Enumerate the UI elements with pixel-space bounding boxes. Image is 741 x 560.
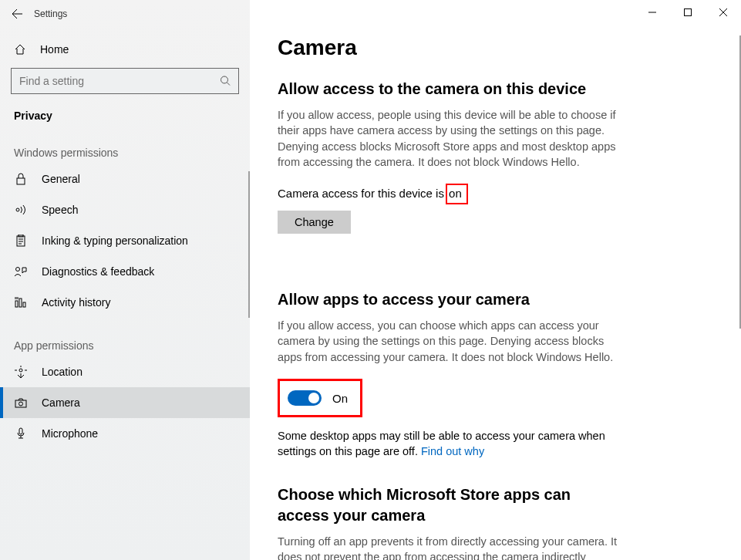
find-out-why-link[interactable]: Find out why [421,445,484,457]
window-title: Settings [34,8,67,19]
section-body: If you allow access, you can choose whic… [278,318,625,365]
sidebar-item-camera[interactable]: Camera [0,387,250,418]
home-label: Home [40,43,69,56]
section-body: If you allow access, people using this d… [278,107,625,170]
location-icon [14,366,28,378]
page-title: Camera [278,35,713,60]
camera-icon [14,398,28,408]
main-content: Camera Allow access to the camera on thi… [250,0,741,560]
nav-label: Speech [42,204,78,216]
svg-rect-13 [19,428,22,434]
microphone-icon [14,427,28,440]
arrow-left-icon [11,8,23,20]
highlight-toggle: On [278,379,362,417]
sidebar-item-microphone[interactable]: Microphone [0,418,250,449]
svg-point-1 [221,76,228,83]
nav-label: General [42,173,80,185]
device-access-status: Camera access for this device is on [278,184,713,204]
apps-access-toggle[interactable] [288,390,322,406]
nav-label: Activity history [42,296,110,309]
activity-icon [14,297,28,308]
lock-icon [14,173,28,185]
sidebar-item-speech[interactable]: Speech [0,194,250,225]
nav-label: Diagnostics & feedback [42,265,154,278]
search-icon [220,76,231,87]
nav-label: Microphone [42,427,98,440]
svg-point-12 [19,402,23,406]
svg-point-3 [16,208,19,211]
svg-rect-11 [15,400,26,407]
svg-rect-2 [17,178,25,184]
svg-rect-8 [19,299,22,307]
svg-point-10 [19,369,22,372]
sidebar-item-general[interactable]: General [0,164,250,194]
group-app-permissions: App permissions [0,318,250,356]
clipboard-icon [14,234,28,247]
feedback-icon [14,266,28,277]
desktop-apps-note: Some desktop apps may still be able to a… [278,428,625,460]
speech-icon [14,204,28,215]
nav-label: Camera [42,396,80,409]
section-heading-device-access: Allow access to the camera on this devic… [278,79,713,100]
nav-label: Inking & typing personalization [42,234,188,247]
nav-label: Location [42,366,83,378]
section-heading-app-access: Allow apps to access your camera [278,289,713,310]
section-heading-store-apps: Choose which Microsoft Store apps can ac… [278,484,601,526]
home-nav[interactable]: Home [0,37,250,68]
section-body: Turning off an app prevents it from dire… [278,534,625,560]
sidebar-item-diagnostics[interactable]: Diagnostics & feedback [0,256,250,287]
home-icon [14,43,26,56]
svg-rect-7 [15,301,18,307]
change-button[interactable]: Change [278,211,351,234]
sidebar-item-inking[interactable]: Inking & typing personalization [0,225,250,256]
sidebar-item-location[interactable]: Location [0,356,250,387]
group-windows-permissions: Windows permissions [0,125,250,164]
sidebar-item-activity[interactable]: Activity history [0,287,250,318]
toggle-label: On [332,392,348,405]
back-button[interactable] [0,0,34,28]
search-input[interactable] [11,68,239,94]
sidebar: Home Privacy Windows permissions General… [0,0,250,560]
category-label: Privacy [0,103,250,125]
svg-point-6 [16,268,20,272]
highlight-status: on [446,184,468,204]
svg-rect-9 [23,302,25,307]
